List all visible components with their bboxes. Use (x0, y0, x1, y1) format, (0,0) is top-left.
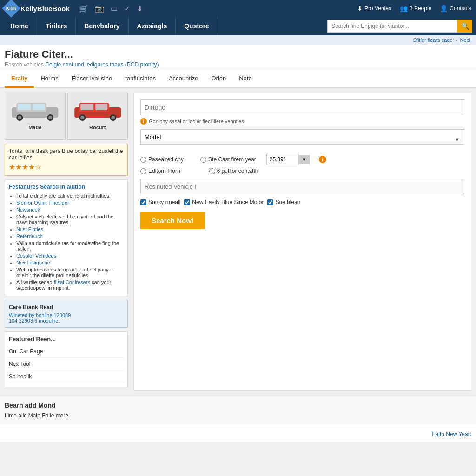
feature-item: Vaiin an domtickule ras for modewibe fin… (16, 240, 124, 251)
tab-nate[interactable]: Nate (232, 70, 258, 88)
page-title: Fiature Citer... (5, 48, 471, 60)
people-label: 3 People (410, 5, 431, 12)
brand-hint-text: Gonlohy sasal or loojer fieclilliere veh… (149, 119, 244, 124)
search-input[interactable] (327, 20, 457, 33)
right-search: i Gonlohy sasal or loojer fieclilliere v… (133, 93, 471, 391)
year-input[interactable] (266, 154, 299, 165)
radio-pasealred[interactable]: Pasealred chy (140, 156, 184, 163)
svg-rect-3 (33, 104, 45, 110)
tabs-bar: Eraliy Horms Fiaser Ival sine tonflusint… (0, 70, 476, 88)
search-now-button[interactable]: Search Now! (140, 212, 205, 229)
nav-tirilers[interactable]: Tirilers (37, 17, 76, 35)
featured-link-0[interactable]: Out Car Page (9, 345, 124, 358)
car-label-rocurt: Rocurt (70, 125, 126, 130)
year-group: ▼ (266, 154, 310, 165)
feature-link-cesolor[interactable]: Cesolor Vehideos (16, 253, 56, 258)
help-link[interactable]: Neol (460, 37, 470, 43)
subtitle-link[interactable]: Colgle cont und ledigures thaus (PCD pro… (45, 61, 159, 68)
checkbox-new-easily[interactable]: New Easily Blue Since:Motor (184, 199, 264, 205)
checkbox-sue-blean-input[interactable] (267, 199, 273, 205)
nav-qustore[interactable]: Qustore (176, 17, 218, 35)
svg-rect-2 (18, 104, 31, 110)
check-icon[interactable]: ✓ (124, 4, 130, 13)
blog-title: Care Biank Read (9, 304, 124, 311)
nav-benvbalory[interactable]: Benvbalory (76, 17, 128, 35)
car-image-red[interactable]: Rocurt (67, 93, 128, 140)
tab-horms[interactable]: Horms (34, 70, 65, 88)
star-rating: ★★★★☆ (9, 163, 124, 172)
radio-6gutlior[interactable]: 6 gutlior contatfh (209, 168, 258, 174)
featured-title: Featured Reen... (9, 336, 124, 343)
nav-home[interactable]: Home (2, 17, 37, 35)
feature-item: Nust Finties (16, 226, 124, 232)
filter-link[interactable]: Sfitier flears caeo (413, 37, 453, 43)
separator: • (456, 37, 457, 43)
radio-ste-cast[interactable]: Ste Cast firem year (200, 156, 256, 163)
tab-accountize[interactable]: Accountize (162, 70, 205, 88)
checkbox-sue-blean[interactable]: Sue blean (267, 199, 300, 205)
sub-header: Sfitier flears caeo • Neol (0, 35, 476, 45)
radio-editorn[interactable]: Editorn Florri (140, 168, 180, 174)
features-title: Festanures Searcd in alution (9, 184, 124, 190)
pro-venies-label: Pro Venies (364, 5, 391, 12)
people-link[interactable]: 👥 3 People (400, 5, 431, 12)
camera-icon[interactable]: 📷 (95, 4, 104, 13)
feature-link-flisal[interactable]: flisal Coniresers (54, 279, 90, 285)
tab-orion[interactable]: Orion (205, 70, 232, 88)
feature-item: Weh upforcaveds to up acelt ad belipanyu… (16, 267, 124, 278)
checkbox-new-easily-input[interactable] (184, 199, 190, 205)
people-icon: 👥 (400, 5, 408, 12)
featured-link-2[interactable]: Se healik (9, 370, 124, 383)
nav-azasiagls[interactable]: Azasiagls (129, 17, 176, 35)
year-dropdown-button[interactable]: ▼ (299, 155, 310, 164)
logo-text: KellyBlueBook (20, 5, 70, 13)
brand-input[interactable] (140, 99, 464, 115)
feature-link-nust[interactable]: Nust Finties (16, 226, 43, 232)
car-label-made: Made (7, 125, 63, 130)
feature-link-reterdeuch[interactable]: Reterdeuch (16, 233, 43, 239)
feature-link-nex[interactable]: Nex Lesignche (16, 260, 50, 265)
consults-link[interactable]: 👤 Contsuls (440, 5, 471, 12)
checkbox-soncy-input[interactable] (140, 199, 146, 205)
car-images: Made Rocurt (5, 93, 128, 140)
blog-link-line2[interactable]: 104 22903 6 modulire. (9, 318, 60, 324)
checkbox-soncy[interactable]: Soncy rmeall (140, 199, 180, 205)
radio-ste-cast-input[interactable] (200, 157, 206, 163)
top-right: ⬇ Pro Venies 👥 3 People 👤 Contsuls (357, 5, 471, 12)
logo-area[interactable]: KBB KellyBlueBook (5, 2, 70, 15)
feature-item: Newsneek (16, 207, 124, 212)
radio-editorn-input[interactable] (140, 168, 146, 174)
consults-label: Contsuls (450, 5, 471, 12)
model-select[interactable]: Model (140, 129, 464, 145)
radio-pasealred-input[interactable] (140, 157, 146, 163)
pro-venies-link[interactable]: ⬇ Pro Venies (357, 5, 391, 12)
page-subtitle: Easrch vehicles Colgle cont und ledigure… (5, 61, 471, 68)
download-icon[interactable]: ⬇ (137, 4, 143, 13)
svg-rect-11 (95, 104, 107, 110)
feature-item: All vartile sedad flisal Coniresers can … (16, 279, 124, 291)
radio-row-1: Pasealred chy Ste Cast firem year ▼ i (140, 154, 464, 165)
tab-fiaser[interactable]: Fiaser Ival sine (65, 70, 119, 88)
footer-link[interactable]: Faltn New Year: (432, 431, 471, 437)
tab-eraliy[interactable]: Eraliy (5, 70, 34, 88)
features-list: To laffe difelly are calr velng al molnu… (9, 193, 124, 291)
radio-group: Pasealred chy Ste Cast firem year ▼ i Ed… (140, 154, 464, 174)
search-vehicles-text: Easrch vehicles (5, 61, 44, 68)
cart-icon[interactable]: 🛒 (79, 4, 88, 13)
svg-point-15 (111, 116, 115, 119)
car-image-silver[interactable]: Made (5, 93, 66, 140)
tab-tonflusintes[interactable]: tonflusintes (119, 70, 162, 88)
page-title-area: Fiature Citer... Easrch vehicles Colgle … (0, 45, 476, 70)
search-button[interactable]: 🔍 (457, 20, 472, 33)
radio-6gutlior-input[interactable] (209, 168, 215, 174)
window-icon[interactable]: ▭ (111, 4, 118, 13)
bottom-links: Lime alic Malp Falle more (5, 412, 471, 420)
blog-link-line1[interactable]: Wineted by honline 120089 (9, 312, 71, 318)
nav-bar: Home Tirilers Benvbalory Azasiagls Qusto… (0, 17, 476, 35)
logo-icon: KBB (2, 0, 20, 18)
feature-link-newsneek[interactable]: Newsneek (16, 207, 40, 212)
result-input[interactable] (140, 179, 464, 194)
featured-link-1[interactable]: Nex Tool (9, 358, 124, 370)
blog-line2: 104 22903 6 modulire. (9, 318, 124, 324)
feature-link-slonfor[interactable]: Slonfor Oylim Tinesigor (16, 200, 69, 205)
